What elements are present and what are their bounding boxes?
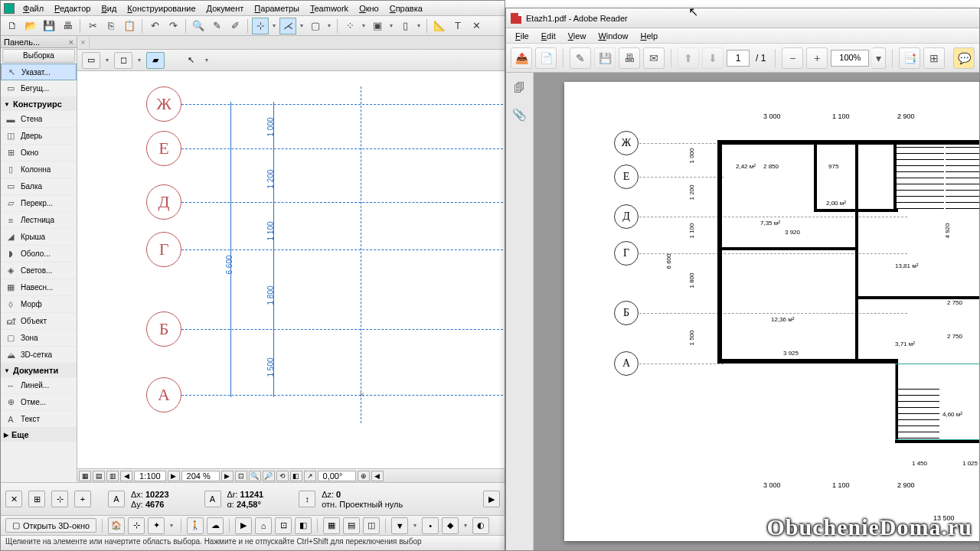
eyedropper-icon[interactable]: ✐ — [227, 18, 243, 34]
zoom-out-icon[interactable]: 🔎 — [263, 471, 275, 481]
pencil-icon[interactable]: ✎ — [208, 18, 225, 34]
print-icon[interactable]: 🖶 — [619, 47, 640, 69]
copy-icon[interactable]: ⎘ — [103, 18, 119, 34]
reader-viewport[interactable]: 3 000 1 100 2 900 3 000 1 100 2 900 13 5… — [534, 73, 979, 550]
act-btn[interactable]: ◆ — [442, 517, 459, 534]
scale-field[interactable]: 1:100 — [134, 471, 166, 481]
angle-field[interactable]: 0,00° — [318, 471, 356, 481]
sb-arrow-right[interactable]: ▶ — [168, 471, 180, 481]
snap3-icon[interactable]: ▢ — [307, 18, 324, 34]
page-input[interactable] — [727, 50, 750, 67]
sb-btn[interactable]: ▤ — [93, 471, 105, 481]
layer-icon[interactable]: ▣ — [369, 18, 386, 34]
zoom-select[interactable]: 100% — [831, 50, 869, 67]
dropdown-icon[interactable]: ▾ — [387, 22, 395, 29]
export-icon[interactable]: 📤 — [511, 47, 532, 69]
act-btn[interactable]: 🏠 — [108, 517, 125, 534]
cut-icon[interactable]: ✂ — [84, 18, 101, 34]
more-group[interactable]: ▶Еще — [1, 428, 77, 442]
print-icon[interactable]: 🖶 — [59, 18, 76, 34]
create-pdf-icon[interactable]: 📄 — [535, 47, 557, 69]
new-icon[interactable]: 🗋 — [4, 18, 21, 34]
menu-teamwork[interactable]: Teamwork — [305, 4, 354, 13]
skylight-tool[interactable]: ◈Светов... — [1, 262, 77, 279]
act-btn[interactable]: ⊹ — [128, 517, 145, 534]
open-3d-button[interactable]: ▢Открыть 3D-окно — [5, 518, 96, 533]
zoom-reset-icon[interactable]: ⟲ — [276, 471, 289, 481]
grid-btn[interactable]: ⊞ — [28, 491, 45, 507]
origin-btn[interactable]: ✕ — [5, 491, 22, 507]
slab-tool[interactable]: ▱Перекр... — [1, 195, 77, 212]
paste-icon[interactable]: 📋 — [121, 18, 138, 34]
snap-btn[interactable]: ⊹ — [51, 491, 68, 507]
coord-toggle[interactable]: A — [108, 491, 125, 507]
selector-dropdown[interactable]: Выборка — [2, 49, 75, 63]
morph-tool[interactable]: ◊Морф — [1, 296, 77, 313]
cloud-icon[interactable]: ☁ — [207, 517, 224, 534]
act-btn[interactable]: ▶ — [235, 517, 252, 534]
dropdown-icon[interactable]: ▾ — [360, 22, 368, 29]
snap2-icon[interactable]: ⋌ — [279, 18, 296, 34]
act-btn[interactable]: ▤ — [343, 517, 360, 534]
marquee-tool[interactable]: ▭Бегущ... — [1, 80, 77, 97]
save-icon[interactable]: 💾 — [594, 47, 616, 69]
dropdown-icon[interactable]: ▾ — [325, 22, 333, 29]
mode-btn-3[interactable]: ▰ — [146, 52, 165, 69]
text-icon[interactable]: T — [449, 18, 466, 34]
trace-icon[interactable]: ▯ — [397, 18, 413, 34]
page-down-icon[interactable]: ⬇ — [702, 47, 724, 69]
attachments-icon[interactable]: 📎 — [511, 106, 528, 123]
window-tool[interactable]: ⊞Окно — [1, 145, 77, 161]
menu-file[interactable]: Файл — [18, 4, 49, 13]
construction-group[interactable]: ▼Конструирс — [1, 97, 77, 111]
add-btn[interactable]: + — [74, 491, 91, 507]
column-tool[interactable]: ▯Колонна — [1, 161, 77, 178]
act-btn[interactable]: • — [422, 517, 439, 534]
dropdown-icon[interactable]: ▾ — [270, 22, 278, 29]
dimension-tool[interactable]: ↔Линей... — [1, 377, 77, 394]
zoom-in-icon[interactable]: 🔍 — [249, 471, 261, 481]
stair-tool[interactable]: ≡Лестница — [1, 212, 77, 229]
zoom-btn[interactable]: ↗ — [304, 471, 316, 481]
z-toggle[interactable]: ↕ — [299, 491, 315, 507]
sb-arrow-left[interactable]: ◀ — [120, 471, 132, 481]
tab-close-icon[interactable]: × — [77, 36, 90, 48]
undo-icon[interactable]: ↶ — [146, 18, 163, 34]
act-btn[interactable]: ▦ — [323, 517, 340, 534]
sign-icon[interactable]: ✎ — [570, 47, 591, 69]
fit-page-icon[interactable]: ⊞ — [923, 47, 945, 69]
snap1-icon[interactable]: ⊹ — [252, 18, 269, 34]
zoom-in-icon[interactable]: + — [806, 47, 828, 69]
polar-toggle[interactable]: A — [204, 491, 221, 507]
dropdown-icon[interactable]: ▾ — [415, 22, 423, 29]
wall-tool[interactable]: ▬Стена — [1, 111, 77, 128]
act-btn[interactable]: ✦ — [148, 517, 165, 534]
sb-btn[interactable]: ▥ — [106, 471, 119, 481]
zoom-fit-icon[interactable]: ⊡ — [235, 471, 247, 481]
home-icon[interactable]: ⌂ — [255, 517, 272, 534]
roof-tool[interactable]: ◢Крыша — [1, 229, 77, 246]
play-btn[interactable]: ▶ — [483, 491, 500, 507]
menu-window[interactable]: Окно — [354, 4, 384, 13]
floor-plan-canvas[interactable]: Ж Е Д Г Б А 1 000 1 200 1 10 — [77, 71, 505, 481]
menu-design[interactable]: Конструирование — [122, 4, 201, 13]
reader-titlebar[interactable]: Etazh1.pdf - Adobe Reader — [506, 8, 979, 28]
zone-tool[interactable]: ▢Зона — [1, 330, 77, 347]
zoom-dropdown-icon[interactable]: ▾ — [872, 47, 886, 69]
menu-help[interactable]: Справка — [384, 4, 428, 13]
grid-icon[interactable]: ⁘ — [341, 18, 358, 34]
menu-view[interactable]: Вид — [96, 4, 122, 13]
search-icon[interactable]: 🔍 — [190, 18, 207, 34]
panel-close-icon[interactable]: × — [69, 37, 74, 47]
level-tool[interactable]: ⊕Отме... — [1, 394, 77, 411]
document-group[interactable]: ▼Документи — [1, 364, 77, 377]
dropdown-icon[interactable]: ▾ — [298, 22, 305, 29]
canvas-area[interactable]: × ▭▾ ◻▾ ▰ ↖▾ Ж Е Д Г Б А — [77, 36, 505, 481]
arrow-btn[interactable]: ↖ — [181, 52, 200, 69]
menu-help[interactable]: Help — [635, 31, 665, 41]
mode-btn-2[interactable]: ◻ — [114, 52, 132, 69]
menu-edit[interactable]: Редактор — [49, 4, 96, 13]
open-icon[interactable]: 📂 — [22, 18, 39, 34]
menu-document[interactable]: Документ — [201, 4, 250, 13]
redo-icon[interactable]: ↷ — [165, 18, 181, 34]
